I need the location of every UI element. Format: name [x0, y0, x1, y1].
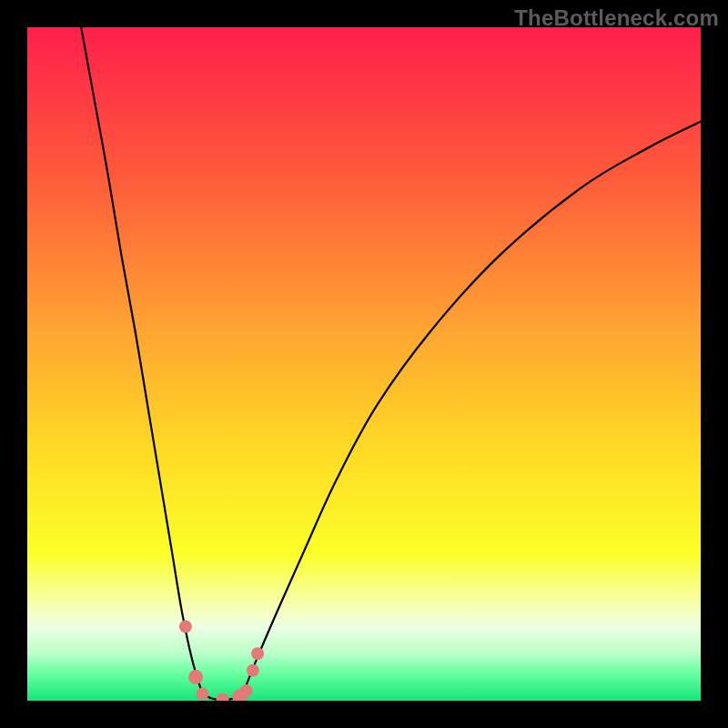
data-marker	[179, 621, 192, 633]
bottleneck-curve-chart	[27, 27, 701, 701]
data-marker	[240, 684, 253, 697]
data-marker	[247, 664, 259, 677]
data-marker	[251, 647, 264, 660]
data-marker	[196, 688, 208, 701]
data-marker	[188, 670, 203, 684]
plot-area	[27, 27, 701, 701]
gradient-background	[27, 27, 701, 701]
watermark-label: TheBottleneck.com	[514, 5, 719, 31]
